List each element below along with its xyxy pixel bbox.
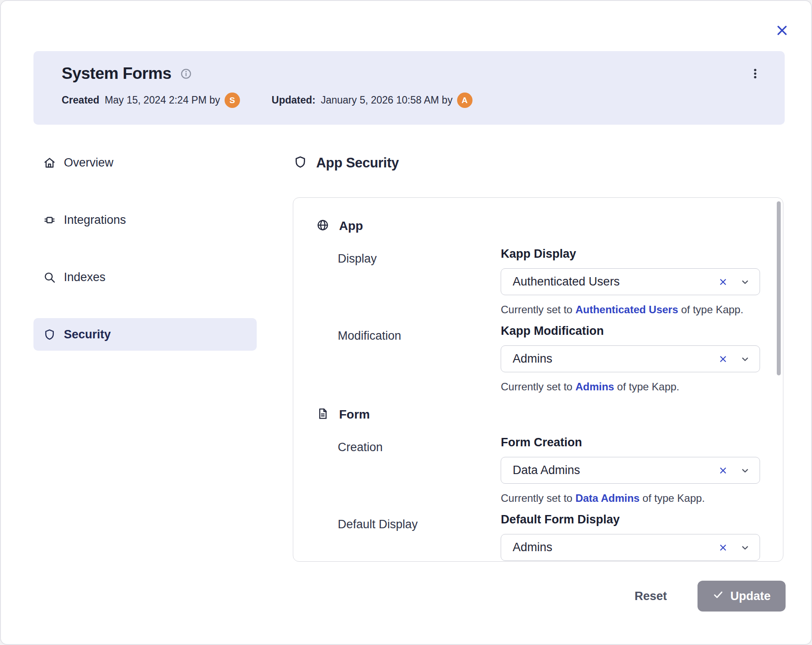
select-value: Admins bbox=[513, 541, 718, 554]
update-button[interactable]: Update bbox=[698, 581, 786, 612]
helper-text: Currently set to Admins of type Kapp. bbox=[501, 380, 760, 393]
control-label: Kapp Display bbox=[501, 246, 760, 261]
helper-prefix: Currently set to bbox=[501, 381, 575, 393]
meta-row: Created May 15, 2024 2:24 PM by S Update… bbox=[62, 93, 763, 108]
field-label: Modification bbox=[316, 316, 501, 393]
header-band: System Forms Created May 15, 2024 2:24 P… bbox=[33, 51, 785, 125]
title-row: System Forms bbox=[62, 64, 763, 83]
close-button[interactable] bbox=[774, 23, 790, 39]
field-app-display: Display Kapp Display Authenticated Users… bbox=[316, 239, 760, 316]
updated-label: Updated: bbox=[272, 94, 316, 106]
helper-link[interactable]: Authenticated Users bbox=[576, 304, 678, 315]
select-value: Data Admins bbox=[513, 463, 718, 477]
control-label: Kapp Modification bbox=[501, 323, 760, 338]
clear-icon[interactable] bbox=[718, 543, 728, 552]
document-icon bbox=[316, 407, 329, 422]
reset-button[interactable]: Reset bbox=[632, 589, 670, 604]
select-value: Admins bbox=[513, 352, 718, 366]
helper-suffix: of type Kapp. bbox=[614, 381, 679, 393]
chevron-down-icon[interactable] bbox=[739, 276, 751, 288]
footer-actions: Reset Update bbox=[632, 581, 786, 612]
helper-link[interactable]: Admins bbox=[576, 381, 614, 393]
field-control: Form Creation Data Admins Currently set … bbox=[501, 428, 760, 505]
chevron-down-icon[interactable] bbox=[739, 353, 751, 365]
updated-avatar: A bbox=[457, 93, 472, 108]
security-settings-card: App Display Kapp Display Authenticated U… bbox=[293, 197, 783, 562]
shield-icon bbox=[293, 155, 307, 171]
field-label: Default Display bbox=[316, 505, 501, 561]
modal-dialog: System Forms Created May 15, 2024 2:24 P… bbox=[0, 0, 812, 645]
integrations-icon bbox=[43, 214, 56, 226]
close-icon bbox=[775, 24, 789, 38]
helper-text: Currently set to Data Admins of type Kap… bbox=[501, 492, 760, 505]
chevron-down-icon[interactable] bbox=[739, 542, 751, 553]
page-title: System Forms bbox=[62, 64, 171, 83]
default-form-display-select[interactable]: Admins bbox=[501, 534, 760, 561]
field-app-modification: Modification Kapp Modification Admins Cu… bbox=[316, 316, 760, 393]
shield-icon bbox=[43, 328, 56, 341]
helper-text: Currently set to Authenticated Users of … bbox=[501, 303, 760, 316]
sidebar-item-indexes[interactable]: Indexes bbox=[33, 261, 257, 293]
sidebar-item-label: Indexes bbox=[64, 271, 106, 284]
created-value: May 15, 2024 2:24 PM by bbox=[105, 94, 220, 106]
kapp-display-select[interactable]: Authenticated Users bbox=[501, 268, 760, 295]
control-label: Default Form Display bbox=[501, 512, 760, 527]
form-creation-select[interactable]: Data Admins bbox=[501, 457, 760, 484]
field-control: Kapp Display Authenticated Users Current… bbox=[501, 239, 760, 316]
sidebar-item-security[interactable]: Security bbox=[33, 318, 257, 351]
sidebar-item-label: Security bbox=[64, 328, 111, 341]
control-label: Form Creation bbox=[501, 435, 760, 450]
field-label: Display bbox=[316, 239, 501, 316]
card-content: App Display Kapp Display Authenticated U… bbox=[293, 198, 783, 561]
helper-suffix: of type Kapp. bbox=[678, 304, 743, 315]
helper-suffix: of type Kapp. bbox=[639, 492, 705, 504]
page-section-title: App Security bbox=[316, 155, 399, 171]
home-icon bbox=[43, 156, 56, 169]
select-value: Authenticated Users bbox=[513, 275, 718, 289]
info-icon[interactable] bbox=[180, 68, 192, 80]
search-icon bbox=[43, 271, 56, 284]
helper-prefix: Currently set to bbox=[501, 304, 575, 315]
check-icon bbox=[712, 589, 724, 604]
globe-icon bbox=[316, 219, 329, 234]
clear-icon[interactable] bbox=[718, 277, 728, 287]
field-control: Kapp Modification Admins Currently set t… bbox=[501, 316, 760, 393]
field-form-creation: Creation Form Creation Data Admins Curre… bbox=[316, 428, 760, 505]
created-label: Created bbox=[62, 94, 100, 106]
created-avatar: S bbox=[225, 93, 240, 108]
sidebar-item-overview[interactable]: Overview bbox=[33, 146, 257, 179]
clear-icon[interactable] bbox=[718, 466, 728, 475]
kebab-menu-icon[interactable] bbox=[748, 66, 763, 81]
sidebar-item-label: Integrations bbox=[64, 213, 126, 227]
section-title: Form bbox=[339, 408, 370, 422]
chevron-down-icon[interactable] bbox=[739, 465, 751, 476]
helper-link[interactable]: Data Admins bbox=[576, 492, 640, 504]
field-default-display: Default Display Default Form Display Adm… bbox=[316, 505, 760, 561]
scrollbar-thumb[interactable] bbox=[777, 201, 781, 375]
section-title: App bbox=[339, 219, 363, 233]
sidebar: Overview Integrations Indexes Security bbox=[33, 146, 257, 375]
field-label: Creation bbox=[316, 428, 501, 505]
field-control: Default Form Display Admins bbox=[501, 505, 760, 561]
kapp-modification-select[interactable]: Admins bbox=[501, 345, 760, 372]
section-heading: App Security bbox=[293, 155, 399, 171]
sidebar-item-integrations[interactable]: Integrations bbox=[33, 204, 257, 236]
form-section-header: Form bbox=[316, 406, 760, 423]
helper-prefix: Currently set to bbox=[501, 492, 575, 504]
sidebar-item-label: Overview bbox=[64, 156, 114, 170]
app-section-header: App bbox=[316, 217, 760, 235]
clear-icon[interactable] bbox=[718, 354, 728, 364]
update-button-label: Update bbox=[730, 589, 771, 603]
updated-value: January 5, 2026 10:58 AM by bbox=[321, 94, 452, 106]
